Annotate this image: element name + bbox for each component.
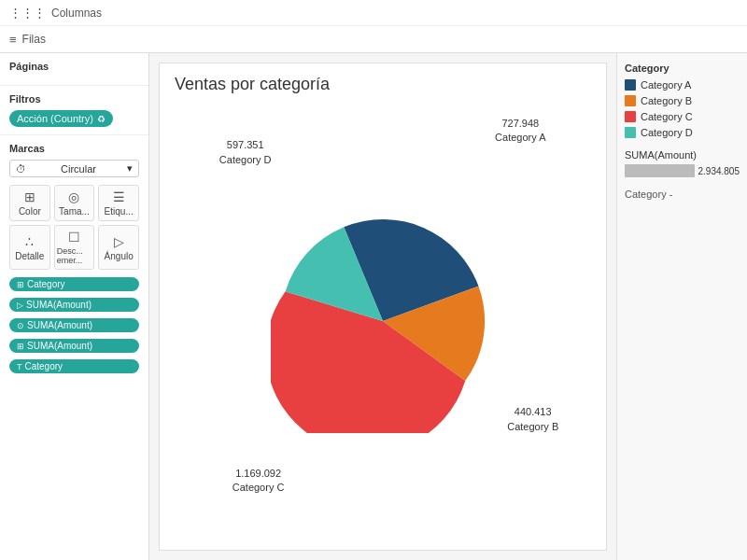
legend-label-b: Category B (641, 95, 692, 106)
swatch-c (625, 111, 636, 122)
value-category-c: 1.169.092 (217, 467, 301, 481)
pill-icon-5: T (17, 362, 22, 371)
paginas-section: Páginas (0, 53, 148, 86)
label-icon: ☰ (113, 189, 125, 204)
label-category-d: 597.351 Category D (208, 138, 283, 167)
label-category-a: 727.948 Category A (483, 117, 557, 146)
detail-icon: ∴ (25, 234, 34, 249)
circular-icon: ⏱ (16, 163, 26, 175)
pill-suma-angle[interactable]: ⊞ SUMA(Amount) (9, 339, 139, 353)
label-label: Etiqu... (105, 206, 134, 217)
marks-type-dropdown[interactable]: ⏱ Circular ▾ (9, 160, 139, 177)
size-icon: ◎ (68, 189, 79, 204)
name-category-a: Category A (483, 131, 557, 145)
legend-item-c: Category C (625, 111, 740, 122)
name-category-b: Category B (496, 420, 571, 434)
rows-icon: ≡ (9, 33, 17, 47)
legend-label-d: Category D (641, 127, 693, 138)
angle-button[interactable]: ▷ Ángulo (98, 225, 139, 270)
filtros-title: Filtros (9, 93, 139, 105)
columns-row: ⋮⋮⋮ Columnas (0, 0, 747, 26)
pills-container: ⊞ Category ▷ SUMA(Amount) ⊙ SUMA(Amount)… (9, 277, 139, 377)
swatch-d (625, 127, 636, 138)
main-layout: Páginas Filtros Acción (Country) ♻ Marca… (0, 53, 747, 560)
pill-label-4: SUMA(Amount) (27, 341, 92, 351)
columns-icon: ⋮⋮⋮ (9, 6, 46, 20)
suma-title: SUMA(Amount) (625, 149, 740, 161)
legend-item-d: Category D (625, 127, 740, 138)
legend-label-c: Category C (641, 111, 693, 122)
dropdown-arrow-icon: ▾ (127, 162, 133, 175)
legend-label-a: Category A (641, 79, 691, 91)
value-category-d: 597.351 (208, 138, 283, 152)
legend-item-a: Category A (625, 79, 740, 91)
rows-label: Filas (22, 33, 46, 46)
pill-icon-2: ▷ (17, 301, 23, 310)
chart-title: Ventas por categoría (175, 75, 591, 94)
pill-category-label[interactable]: T Category (9, 359, 139, 373)
category-filter-label: Category - (625, 189, 740, 200)
value-category-a: 727.948 (483, 117, 557, 131)
tooltip-icon: ☐ (68, 230, 80, 245)
content-area: Ventas por categoría 597.351 Category D … (149, 53, 616, 560)
tooltip-button[interactable]: ☐ Desc... emer... (54, 225, 95, 270)
marcas-title: Marcas (9, 143, 139, 154)
swatch-a (625, 79, 636, 91)
pill-category-color[interactable]: ⊞ Category (9, 277, 139, 291)
legend-title: Category (625, 63, 740, 74)
columns-label: Columnas (51, 7, 102, 20)
filtros-section: Filtros Acción (Country) ♻ (0, 86, 148, 135)
marks-type-label: Circular (61, 163, 96, 175)
marks-grid: ⊞ Color ◎ Tama... ☰ Etiqu... ∴ Detalle ☐ (9, 185, 139, 270)
pill-label-1: Category (27, 279, 65, 289)
suma-bar-container: 2.934.805 (625, 164, 740, 177)
detail-label: Detalle (15, 251, 44, 261)
pie-chart (271, 209, 495, 433)
top-bar: ⋮⋮⋮ Columnas ≡ Filas (0, 0, 747, 53)
pill-icon-4: ⊞ (17, 342, 24, 351)
pill-icon-3: ⊙ (17, 321, 24, 330)
suma-bar (625, 164, 695, 177)
pill-icon-1: ⊞ (17, 280, 24, 289)
size-button[interactable]: ◎ Tama... (54, 185, 95, 221)
marcas-section: Marcas ⏱ Circular ▾ ⊞ Color ◎ Tama... ☰ … (0, 135, 148, 560)
value-category-b: 440.413 (496, 405, 571, 419)
size-label: Tama... (59, 206, 90, 217)
swatch-b (625, 95, 636, 106)
pill-label-2: SUMA(Amount) (26, 300, 92, 310)
label-button[interactable]: ☰ Etiqu... (98, 185, 139, 221)
color-icon: ⊞ (24, 189, 35, 204)
recycle-icon: ♻ (97, 114, 106, 124)
paginas-title: Páginas (9, 61, 139, 72)
pill-suma-tooltip[interactable]: ⊙ SUMA(Amount) (9, 318, 139, 332)
color-button[interactable]: ⊞ Color (9, 185, 50, 221)
legend-item-b: Category B (625, 95, 740, 106)
right-panel: Category Category A Category B Category … (616, 53, 747, 560)
pill-suma-detail[interactable]: ▷ SUMA(Amount) (9, 298, 139, 312)
suma-value: 2.934.805 (698, 166, 740, 176)
name-category-c: Category C (217, 481, 301, 495)
sidebar: Páginas Filtros Acción (Country) ♻ Marca… (0, 53, 149, 560)
suma-section: SUMA(Amount) 2.934.805 (625, 149, 740, 177)
tooltip-label: Desc... emer... (57, 246, 92, 265)
color-label: Color (19, 206, 41, 217)
rows-row: ≡ Filas (0, 26, 747, 52)
angle-icon: ▷ (114, 234, 124, 249)
angle-label: Ángulo (105, 251, 134, 261)
filter-badge[interactable]: Acción (Country) ♻ (9, 110, 113, 127)
label-category-b: 440.413 Category B (496, 405, 571, 434)
pill-label-3: SUMA(Amount) (27, 320, 92, 330)
pill-label-5: Category (25, 361, 63, 371)
filter-badge-label: Acción (Country) (17, 113, 93, 124)
name-category-d: Category D (208, 153, 283, 167)
chart-container: Ventas por categoría 597.351 Category D … (159, 63, 607, 551)
label-category-c: 1.169.092 Category C (217, 467, 301, 496)
chart-body: 597.351 Category D 727.948 Category A 44… (175, 104, 591, 539)
detail-button[interactable]: ∴ Detalle (9, 225, 50, 270)
